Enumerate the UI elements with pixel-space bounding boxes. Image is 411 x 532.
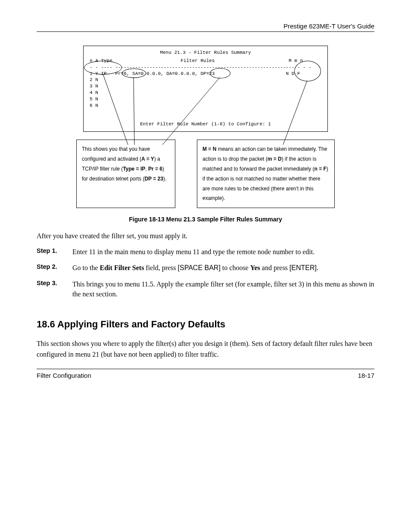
terminal-row-2: 2 N [90, 77, 321, 83]
cl-b1: A = Y [141, 156, 154, 162]
intro-paragraph: After you have created the filter set, y… [37, 232, 374, 240]
cr-b2: m = D [268, 156, 282, 162]
s2e: to choose [221, 264, 250, 271]
step2-text: Go to the Edit Filter Sets field, press … [72, 263, 374, 273]
td-mid: ----------------------------------------… [115, 65, 294, 70]
callout-row: This shows you that you have configured … [76, 140, 335, 208]
footer-right: 18-17 [358, 372, 374, 379]
terminal-row-4: 4 N [90, 90, 321, 96]
terminal-row-5: 5 N [90, 96, 321, 103]
s2c: field, press [144, 264, 177, 271]
terminal-title: Menu 21.3 - Filter Rules Summary [90, 50, 321, 56]
th-mid: Filter Rules [181, 58, 215, 63]
cl-b3: Pr = 6 [148, 166, 162, 172]
page-header-rule: Prestige 623ME-T User's Guide [37, 22, 374, 32]
ellipse-dp23 [210, 68, 230, 78]
terminal-prompt: Enter Filter Rule Number (1-6) to Config… [90, 121, 321, 128]
cl-p4: ). [163, 176, 166, 182]
terminal-row-6: 6 N [90, 103, 321, 109]
page: Prestige 623ME-T User's Guide Menu 21.3 … [0, 0, 411, 532]
step2-label: Step 2. [37, 263, 65, 273]
s2f: Yes [250, 264, 260, 271]
ellipse-mmn [294, 61, 321, 81]
cl-p1: This shows you that you have configured … [82, 146, 150, 162]
step3-label: Step 3. [37, 279, 65, 299]
ellipse-a-type [84, 61, 122, 75]
s2d: [SPACE BAR] [178, 264, 221, 271]
terminal-divider: - - ---- -------------------------------… [90, 64, 321, 71]
s2i: . [317, 264, 318, 271]
guide-title: Prestige 623ME-T User's Guide [37, 22, 374, 30]
terminal-box: Menu 21.3 - Filter Rules Summary # A Typ… [83, 46, 328, 132]
step1-text: Enter 11 in the main menu to display men… [72, 247, 374, 257]
diagram: Menu 21.3 - Filter Rules Summary # A Typ… [76, 46, 335, 208]
footer-left: Filter Configuration [37, 372, 91, 379]
page-footer: Filter Configuration 18-17 [37, 369, 374, 379]
terminal-row-3: 3 N [90, 83, 321, 90]
s2h: [ENTER] [290, 264, 317, 271]
step3-text: This brings you to menu 11.5. Apply the … [72, 279, 374, 299]
terminal-header-row: # A Type Filter Rules M m n [90, 58, 321, 64]
cr-b3: n = F [314, 166, 326, 172]
step1-label: Step 1. [37, 247, 65, 257]
callout-right: M = N means an action can be taken immed… [197, 140, 335, 208]
s2b: Edit Filter Sets [100, 264, 144, 271]
cl-b4: DP = 23 [144, 176, 163, 182]
step-3: Step 3. This brings you to menu 11.5. Ap… [37, 279, 374, 299]
step-1: Step 1. Enter 11 in the main menu to dis… [37, 247, 374, 257]
ellipse-pr6 [122, 68, 146, 78]
s2a: Go to the [72, 264, 100, 271]
section-paragraph: This section shows you where to apply th… [37, 339, 374, 360]
cr-b1: M = N [202, 146, 216, 152]
figure-caption: Figure 18-13 Menu 21.3 Sample Filter Rul… [37, 216, 374, 223]
callout-left: This shows you that you have configured … [76, 140, 175, 208]
cl-b2: Type = IP [123, 166, 145, 172]
cl-sep: , [145, 166, 148, 172]
section-heading: 18.6 Applying Filters and Factory Defaul… [37, 319, 374, 330]
step-2: Step 2. Go to the Edit Filter Sets field… [37, 263, 374, 273]
s2g: and press [260, 264, 290, 271]
